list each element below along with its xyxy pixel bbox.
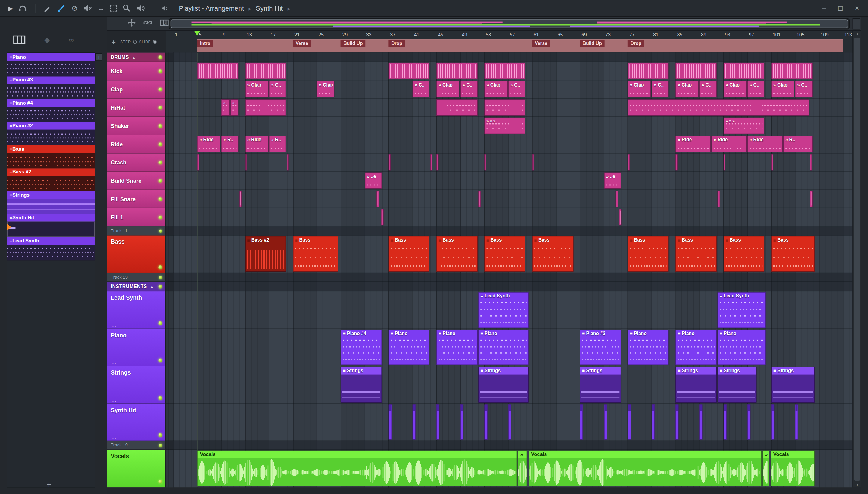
clip-synth-hit[interactable] (508, 404, 511, 440)
clip-[interactable]: » (230, 99, 238, 116)
clip-bass[interactable]: Bass (436, 236, 478, 272)
mute-tool-icon[interactable] (83, 4, 92, 12)
clip-c[interactable]: C.. (652, 81, 669, 97)
clip-bass[interactable]: Bass (532, 236, 573, 272)
track-lane-crash[interactable] (166, 153, 853, 172)
clip-[interactable]: » » » (484, 117, 525, 134)
section-marker-verse[interactable]: Verse (532, 40, 550, 47)
clip-bass-2[interactable]: Bass #2 (245, 236, 286, 272)
scroll-up-icon[interactable]: ▲ (853, 32, 862, 36)
clip-kick[interactable] (245, 63, 286, 79)
pattern-item-piano[interactable]: Piano (7, 53, 95, 76)
track-lane-track-13[interactable] (166, 273, 853, 282)
clip-synth-hit[interactable] (412, 404, 416, 440)
clip-clap[interactable]: Clap (484, 81, 507, 97)
track-lane-drums[interactable] (166, 53, 853, 62)
track-options-icon[interactable]: … (111, 397, 116, 402)
clip-synth-hit[interactable] (795, 404, 798, 440)
playlist-grid[interactable]: ClapC..ClapC..ClapC..ClapC..ClapC..ClapC… (166, 53, 853, 487)
track-mute-led[interactable] (158, 197, 162, 201)
track-mute-led[interactable] (158, 215, 162, 219)
clip-crash[interactable] (723, 154, 726, 171)
track-header-build-snare[interactable]: Build Snare (107, 172, 166, 190)
clip-r[interactable]: R.. (221, 136, 239, 152)
clip-clap[interactable]: Clap (245, 81, 268, 97)
clip-fill-snare[interactable] (239, 191, 242, 207)
section-marker-drop[interactable]: Drop (389, 40, 405, 47)
pattern-item-strings[interactable]: Strings (7, 191, 95, 214)
track-mute-led[interactable] (158, 55, 162, 59)
clip-crash[interactable] (628, 154, 630, 171)
clip-synth-hit[interactable] (389, 404, 392, 440)
track-lane-track-19[interactable] (166, 441, 853, 450)
track-mute-led[interactable] (159, 276, 162, 279)
clip-piano[interactable]: Piano (478, 329, 529, 365)
track-mute-led[interactable] (158, 87, 162, 91)
track-mute-led[interactable] (158, 178, 162, 183)
section-marker-build-up[interactable]: Build Up (340, 40, 366, 47)
track-mute-led[interactable] (158, 480, 162, 484)
clip-bass[interactable]: Bass (293, 236, 338, 272)
track-options-icon[interactable]: … (111, 322, 116, 327)
clip-ride[interactable]: Ride (675, 136, 711, 152)
playhead-marker-icon[interactable] (194, 31, 200, 36)
track-header-shaker[interactable]: Shaker (107, 117, 166, 135)
clip-strings[interactable]: Strings (771, 367, 815, 402)
clip-fill-snare[interactable] (616, 191, 618, 207)
clip-bass[interactable]: Bass (771, 236, 815, 272)
zoom-tool-icon[interactable] (122, 4, 131, 12)
track-header-drums[interactable]: DRUMS▲ (107, 53, 166, 62)
clip-fill-snare[interactable] (376, 191, 379, 207)
track-mute-led[interactable] (158, 265, 162, 269)
section-marker-intro[interactable]: Intro (197, 40, 213, 47)
select-tool-icon[interactable] (110, 5, 117, 12)
add-pattern-button[interactable]: + (46, 480, 51, 489)
clip-c[interactable]: C.. (747, 81, 765, 97)
clip-ride[interactable]: Ride (245, 136, 268, 152)
minimap-thumb[interactable] (171, 19, 848, 28)
clip-synth-hit[interactable] (628, 404, 631, 440)
clip-crash[interactable] (810, 154, 812, 171)
clip-kick[interactable] (436, 63, 478, 79)
clip-c[interactable]: C.. (412, 81, 430, 97)
track-options-icon[interactable]: … (111, 360, 116, 365)
pattern-item-piano-2[interactable]: Piano #2 (7, 122, 95, 145)
scroll-down-icon[interactable]: ▼ (853, 483, 862, 487)
clip-synth-hit[interactable] (652, 404, 655, 440)
track-header-clap[interactable]: Clap (107, 80, 166, 99)
track-options-icon[interactable]: … (111, 481, 116, 486)
clip-piano[interactable]: Piano (675, 329, 717, 365)
clip-r[interactable]: R.. (783, 136, 812, 152)
clip-[interactable]: » (221, 99, 230, 116)
clip-synth-hit[interactable] (580, 404, 583, 440)
playback-tool-icon[interactable] (136, 4, 145, 12)
track-mute-led[interactable] (158, 124, 162, 128)
scroll-left-icon[interactable]: ‹ (164, 19, 166, 28)
clip-kick[interactable] (484, 63, 525, 79)
track-mute-led[interactable] (158, 321, 162, 325)
clip-hihat[interactable] (484, 99, 525, 116)
clip-bass[interactable]: Bass (675, 236, 717, 272)
clip-bass[interactable]: Bass (723, 236, 765, 272)
clip-piano[interactable]: Piano (717, 329, 766, 365)
pattern-item-piano-4[interactable]: Piano #4 (7, 99, 95, 122)
clip-synth-hit[interactable] (699, 404, 703, 440)
clip-hihat[interactable] (436, 99, 478, 116)
clip-strings[interactable]: Strings (717, 367, 757, 402)
track-mute-led[interactable] (159, 229, 162, 232)
clip-crash[interactable] (197, 154, 199, 171)
track-mute-led[interactable] (158, 396, 162, 400)
clip-ride[interactable]: Ride (747, 136, 783, 152)
track-header-instruments[interactable]: INSTRUMENTS▲ (107, 282, 166, 291)
clip-synth-hit[interactable] (436, 404, 440, 440)
clip-synth-hit[interactable] (604, 404, 607, 440)
clip-kick[interactable] (771, 63, 812, 79)
pattern-item-lead-synth[interactable]: Lead Synth (7, 237, 95, 260)
track-header-fill-snare[interactable]: Fill Snare (107, 190, 166, 208)
clip-fill-snare[interactable] (810, 191, 812, 207)
clip-clap[interactable]: Clap (317, 81, 334, 97)
slide-toggle[interactable] (153, 40, 157, 44)
clip-synth-hit[interactable] (723, 404, 727, 440)
collapse-group-icon[interactable]: ▲ (150, 284, 154, 288)
clip-vocals[interactable]: Vocals (771, 450, 815, 486)
